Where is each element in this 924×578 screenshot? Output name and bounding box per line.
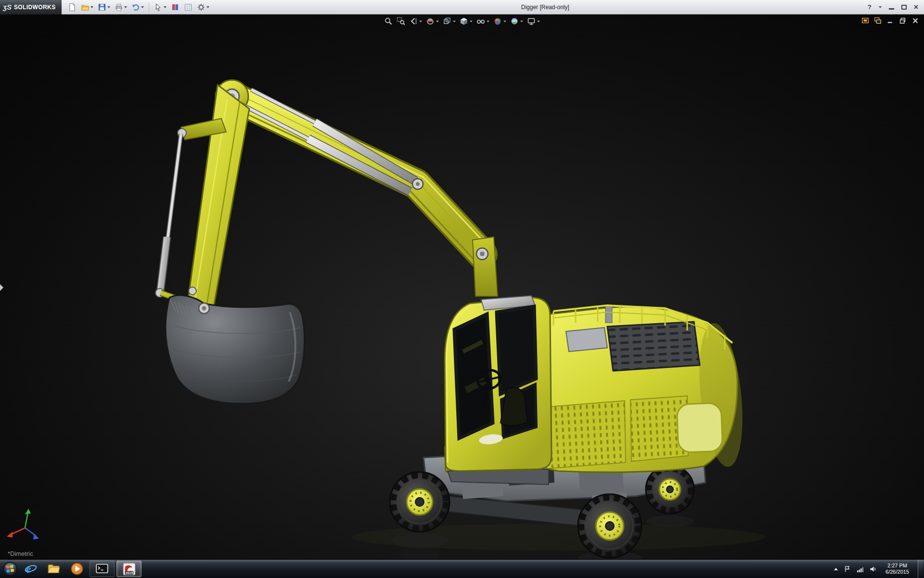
quick-access-toolbar <box>66 2 211 13</box>
hide-show-items-button[interactable] <box>476 17 489 26</box>
help-button[interactable]: ? <box>868 3 872 11</box>
clock-date: 6/26/2015 <box>886 569 909 575</box>
dropdown-caret[interactable] <box>537 21 540 22</box>
dropdown-caret[interactable] <box>124 6 127 8</box>
dropdown-caret[interactable] <box>419 21 422 22</box>
save-button[interactable] <box>96 2 112 13</box>
previous-view-button[interactable] <box>409 17 422 26</box>
full-screen-icon[interactable] <box>861 17 869 25</box>
front-right-wheel[interactable] <box>578 494 642 558</box>
taskbar-solidworks-2015[interactable]: 2015 <box>116 561 141 577</box>
dropdown-caret[interactable] <box>453 21 456 22</box>
edit-appearance-button[interactable] <box>493 17 506 26</box>
help-caret[interactable] <box>879 6 882 8</box>
solidworks-2015-icon: 2015 <box>123 563 136 576</box>
network-icon[interactable] <box>857 565 864 573</box>
dropdown-caret[interactable] <box>206 6 209 8</box>
save-icon <box>98 3 106 12</box>
dassault-logo-icon: ʒS <box>3 3 12 11</box>
featuremanager-flyout-arrow[interactable] <box>0 284 3 291</box>
select-button[interactable] <box>153 2 168 13</box>
start-button[interactable] <box>2 561 18 577</box>
display-style-button[interactable] <box>460 17 473 26</box>
internet-explorer-icon: e <box>24 562 38 576</box>
bucket[interactable] <box>166 287 305 404</box>
view-settings-icon <box>527 17 536 26</box>
dropdown-caret[interactable] <box>503 21 506 22</box>
apply-scene-button[interactable] <box>510 17 523 26</box>
print-button[interactable] <box>113 2 128 13</box>
document-window-controls <box>861 17 919 25</box>
dropdown-caret[interactable] <box>436 21 439 22</box>
minimize-document-icon[interactable] <box>886 17 894 25</box>
window-title: Digger [Read-only] <box>521 4 569 11</box>
taskbar-file-explorer[interactable] <box>43 560 64 578</box>
side-vent-panel <box>540 401 626 469</box>
options-gear-icon <box>197 3 205 12</box>
display-settings-button[interactable] <box>169 2 181 13</box>
cab-side-window <box>497 306 536 394</box>
hidden-icons-caret[interactable] <box>834 568 838 570</box>
undo-icon <box>131 3 140 12</box>
view-orientation-button[interactable] <box>443 17 456 26</box>
new-document-icon <box>68 3 77 12</box>
media-player-icon <box>70 562 84 576</box>
dropdown-caret[interactable] <box>520 21 523 22</box>
open-document-button[interactable] <box>79 2 95 13</box>
taskbar-command-window[interactable] <box>90 561 115 577</box>
headsup-view-toolbar <box>384 17 540 26</box>
volume-icon[interactable] <box>870 565 877 573</box>
section-view-button[interactable] <box>426 17 439 26</box>
svg-text:2015: 2015 <box>125 570 133 575</box>
previous-view-icon <box>409 17 418 26</box>
new-viewport-icon[interactable] <box>874 17 882 25</box>
graphics-viewport[interactable]: *Dimetric <box>0 14 924 559</box>
brand-name: SOLIDWORKS <box>14 4 56 11</box>
dropdown-caret[interactable] <box>107 6 110 8</box>
print-icon <box>115 3 123 12</box>
maximize-button[interactable] <box>901 5 907 10</box>
engine-hatch-grille <box>607 322 700 371</box>
rear-right-wheel[interactable] <box>646 465 694 513</box>
dropdown-caret[interactable] <box>470 21 473 22</box>
taskbar-clock[interactable]: 2:27 PM 6/26/2015 <box>883 563 912 575</box>
apply-scene-icon <box>510 17 519 26</box>
new-document-button[interactable] <box>66 2 78 13</box>
show-desktop-button[interactable] <box>918 560 923 578</box>
section-view-icon <box>426 17 435 26</box>
view-orientation-label: *Dimetric <box>8 550 33 557</box>
zoom-to-area-button[interactable] <box>397 17 405 26</box>
close-button[interactable]: × <box>914 4 918 11</box>
edit-appearance-icon <box>493 17 502 26</box>
operator-cab[interactable] <box>445 296 552 471</box>
undo-button[interactable] <box>130 2 145 13</box>
tail-panel-window <box>677 403 722 452</box>
clock-time: 2:27 PM <box>886 563 909 569</box>
minimize-button[interactable] <box>889 8 894 10</box>
excavator-model[interactable] <box>155 80 748 558</box>
options-button[interactable] <box>195 2 211 13</box>
close-document-icon[interactable] <box>911 17 919 25</box>
solidworks-logo: ʒS SOLIDWORKS <box>0 0 62 14</box>
upper-body[interactable] <box>540 305 748 472</box>
design-table-button[interactable] <box>182 2 194 13</box>
dropdown-caret[interactable] <box>164 6 167 8</box>
model-viewport-canvas[interactable] <box>0 14 924 559</box>
windows-start-icon <box>3 562 17 576</box>
dropdown-caret[interactable] <box>141 6 144 8</box>
zoom-to-fit-icon <box>384 17 393 26</box>
dropdown-caret[interactable] <box>90 6 93 8</box>
action-center-flag-icon[interactable] <box>844 565 851 573</box>
taskbar-media-player[interactable] <box>66 560 88 578</box>
dropdown-caret[interactable] <box>487 21 489 22</box>
hide-show-items-icon <box>476 17 485 26</box>
zoom-to-fit-button[interactable] <box>384 17 393 26</box>
view-settings-button[interactable] <box>527 17 540 26</box>
exhaust-pipe <box>605 306 612 323</box>
app-titlebar: ʒS SOLIDWORKS <box>0 0 924 14</box>
display-style-icon <box>460 17 468 26</box>
front-left-wheel[interactable] <box>390 472 449 532</box>
select-cursor-icon <box>154 3 163 12</box>
restore-document-icon[interactable] <box>899 17 907 25</box>
taskbar-internet-explorer[interactable]: e <box>20 560 41 578</box>
